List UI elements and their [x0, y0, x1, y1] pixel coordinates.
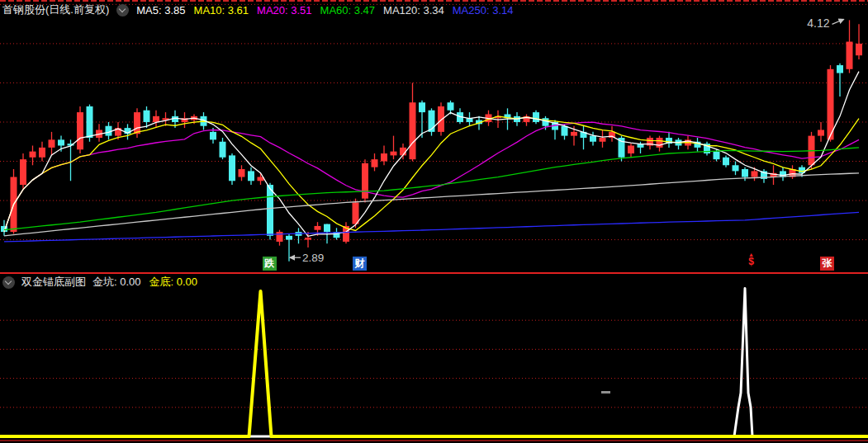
low-price-label: 2.89: [302, 252, 324, 264]
stock-title: 首钢股份(日线.前复权): [2, 2, 109, 17]
indicator-title: 双金锚底副图: [21, 275, 86, 290]
ma-value: MA120: 3.34: [383, 4, 444, 16]
ma-values: MA5: 3.85MA10: 3.61MA20: 3.51MA60: 3.47M…: [136, 4, 513, 16]
indicator-value: 金坑: 0.00: [92, 275, 141, 290]
ma-value: MA60: 3.47: [320, 4, 376, 16]
chart-canvas[interactable]: 4.122.89: [0, 0, 868, 443]
chevron-down-icon[interactable]: [116, 4, 129, 16]
sub-chart-header: 双金锚底副图 金坑: 0.00金底: 0.00: [2, 275, 197, 290]
chevron-down-icon[interactable]: [2, 276, 15, 289]
high-price-label: 4.12: [807, 16, 829, 30]
signal-marker-张: 张: [820, 257, 834, 271]
artifact-dash: [601, 391, 610, 394]
ma-value: MA5: 3.85: [136, 4, 185, 16]
panel-separator: [0, 272, 868, 274]
stock-app-window: 4.122.89 首钢股份(日线.前复权) MA5: 3.85MA10: 3.6…: [0, 0, 868, 443]
ma-value: MA10: 3.61: [194, 4, 249, 16]
indicator-value: 金底: 0.00: [149, 275, 198, 290]
main-chart-header: 首钢股份(日线.前复权) MA5: 3.85MA10: 3.61MA20: 3.…: [2, 2, 513, 17]
signal-marker-$: ▲$: [746, 252, 757, 266]
dollar-signal: $: [746, 257, 757, 266]
ma-value: MA250: 3.14: [453, 4, 514, 16]
bottom-border: [0, 440, 868, 441]
signal-marker-财: 财: [353, 257, 367, 271]
ma-value: MA20: 3.51: [257, 4, 312, 16]
indicator-values: 金坑: 0.00金底: 0.00: [92, 275, 197, 290]
signal-marker-跌: 跌: [263, 257, 277, 271]
